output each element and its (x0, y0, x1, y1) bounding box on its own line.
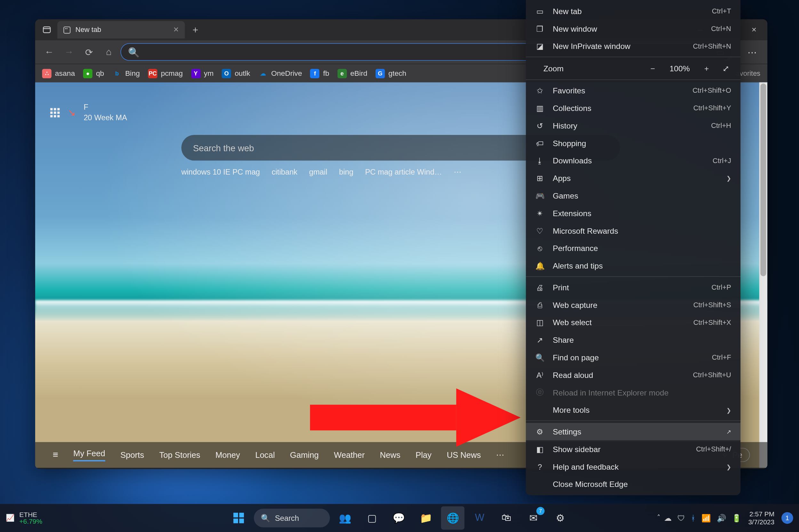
feed-play[interactable]: Play (416, 450, 432, 459)
fullscreen-button[interactable]: ⤢ (721, 64, 731, 73)
favorite-ebird[interactable]: eeBird (337, 69, 367, 78)
feed-my-feed[interactable]: My Feed (73, 449, 105, 461)
menu-games[interactable]: 🎮Games (526, 187, 741, 205)
menu-more-tools[interactable]: More tools❯ (526, 401, 741, 419)
widget-stock-change: +6.79% (19, 518, 42, 525)
menu-collections[interactable]: ▥CollectionsCtrl+Shift+Y (526, 99, 741, 117)
settings-and-more-button[interactable]: ⋯ (743, 44, 762, 60)
tab-new-tab[interactable]: New tab ✕ (57, 21, 185, 39)
security-tray-icon[interactable]: 🛡 (677, 513, 685, 522)
favorite-fb[interactable]: ffb (310, 69, 329, 78)
favorite-qb[interactable]: ●qb (83, 69, 104, 78)
menu-extensions[interactable]: ✴Extensions (526, 204, 741, 222)
menu-find[interactable]: 🔍Find on pageCtrl+F (526, 348, 741, 366)
taskbar-people[interactable]: 👥 (333, 507, 357, 530)
battery-tray-icon[interactable]: 🔋 (732, 513, 741, 522)
taskbar-word[interactable]: W (468, 507, 491, 530)
menu-share[interactable]: ↗Share (526, 331, 741, 349)
zoom-out-button[interactable]: − (647, 64, 659, 73)
menu-read-aloud[interactable]: A⁾Read aloudCtrl+Shift+U (526, 366, 741, 384)
favorite-ym[interactable]: Yym (191, 69, 214, 78)
feed-weather[interactable]: Weather (334, 450, 365, 459)
menu-show-sidebar[interactable]: ◧Show sidebarCtrl+Shift+/ (526, 440, 741, 458)
chevron-right-icon: ❯ (726, 463, 731, 470)
favorite-outlk[interactable]: Ooutlk (222, 69, 250, 78)
menu-alerts[interactable]: 🔔Alerts and tips (526, 257, 741, 274)
menu-shopping[interactable]: 🏷Shopping (526, 134, 741, 152)
zoom-in-button[interactable]: + (701, 64, 713, 73)
feed-menu-icon[interactable]: ≡ (53, 450, 58, 460)
favorite-onedrive[interactable]: ☁OneDrive (258, 69, 302, 78)
taskbar-explorer[interactable]: 📁 (414, 507, 437, 530)
scrollbar-thumb[interactable] (760, 83, 766, 276)
quick-links-more-icon[interactable]: ⋯ (454, 168, 462, 176)
windows-taskbar: 📈 ETHE +6.79% 🔍Search 👥 ▢ 💬 📁 🌐 W 🛍 ✉7 ⚙… (0, 504, 799, 532)
back-button[interactable]: ← (41, 44, 57, 60)
menu-web-capture[interactable]: ⎙Web captureCtrl+Shift+S (526, 296, 741, 314)
taskbar-clock[interactable]: 2:57 PM 3/7/2023 (748, 510, 774, 527)
taskbar-mail[interactable]: ✉7 (522, 507, 545, 530)
tab-title: New tab (75, 25, 101, 34)
feed-gaming[interactable]: Gaming (290, 450, 319, 459)
menu-web-select[interactable]: ◫Web selectCtrl+Shift+X (526, 314, 741, 331)
taskbar-store[interactable]: 🛍 (495, 507, 518, 530)
start-button[interactable] (227, 507, 250, 530)
scrollbar[interactable] (759, 82, 768, 468)
feed-news[interactable]: News (380, 450, 400, 459)
close-window-button[interactable]: ✕ (741, 19, 767, 40)
system-tray[interactable]: ☁ 🛡 ᚼ 📶 🔊 🔋 (664, 513, 741, 522)
menu-favorites[interactable]: ✩FavoritesCtrl+Shift+O (526, 82, 741, 99)
volume-tray-icon[interactable]: 🔊 (717, 513, 726, 522)
menu-print[interactable]: 🖨PrintCtrl+P (526, 279, 741, 296)
menu-history[interactable]: ↺HistoryCtrl+H (526, 117, 741, 134)
app-launcher-icon[interactable] (50, 108, 59, 117)
new-tab-button[interactable]: ＋ (187, 22, 203, 38)
favorite-asana[interactable]: ∴asana (42, 69, 75, 78)
feed-us-news[interactable]: US News (447, 450, 481, 459)
stock-widget[interactable]: F 20 Week MA (84, 102, 127, 123)
refresh-button[interactable]: ⟳ (80, 44, 97, 60)
menu-new-window[interactable]: ❐New windowCtrl+N (526, 20, 741, 37)
quick-link[interactable]: windows 10 IE PC mag (181, 168, 260, 176)
menu-close-edge[interactable]: Close Microsoft Edge (526, 475, 741, 493)
feed-more-icon[interactable]: ⋯ (496, 450, 504, 459)
page-icon (63, 26, 71, 34)
menu-rewards[interactable]: ♡Microsoft Rewards (526, 222, 741, 240)
taskbar-widgets[interactable]: 📈 ETHE +6.79% (6, 511, 42, 525)
menu-help[interactable]: ?Help and feedback❯ (526, 458, 741, 475)
feed-top-stories[interactable]: Top Stories (159, 450, 200, 459)
taskbar-chat[interactable]: 💬 (387, 507, 411, 530)
bluetooth-tray-icon[interactable]: ᚼ (691, 513, 696, 522)
apps-icon: ⊞ (535, 174, 545, 182)
forward-button: → (61, 44, 77, 60)
wifi-tray-icon[interactable]: 📶 (702, 513, 711, 522)
onedrive-tray-icon[interactable]: ☁ (664, 513, 672, 522)
taskbar-task-view[interactable]: ▢ (360, 507, 384, 530)
menu-new-tab[interactable]: ▭New tabCtrl+T (526, 2, 741, 20)
menu-new-inprivate[interactable]: ◪New InPrivate windowCtrl+Shift+N (526, 37, 741, 55)
feed-sports[interactable]: Sports (120, 450, 144, 459)
star-icon: ✩ (535, 86, 545, 95)
tab-actions-button[interactable] (39, 22, 55, 38)
menu-apps[interactable]: ⊞Apps❯ (526, 169, 741, 187)
quick-link[interactable]: citibank (272, 168, 297, 176)
tray-chevron-icon[interactable]: ˄ (657, 514, 660, 522)
quick-link[interactable]: bing (339, 168, 353, 176)
favorite-bing[interactable]: bBing (112, 69, 140, 78)
quick-link[interactable]: gmail (309, 168, 327, 176)
menu-downloads[interactable]: ⭳DownloadsCtrl+J (526, 152, 741, 169)
feed-local[interactable]: Local (255, 450, 275, 459)
favorite-gtech[interactable]: Ggtech (376, 69, 406, 78)
home-button[interactable]: ⌂ (101, 44, 117, 60)
feed-money[interactable]: Money (215, 450, 240, 459)
notification-badge[interactable]: 1 (781, 512, 793, 524)
taskbar-search[interactable]: 🔍Search (254, 509, 330, 527)
favorite-pcmag[interactable]: PCpcmag (148, 69, 183, 78)
quick-link[interactable]: PC mag article Wind… (365, 168, 442, 176)
menu-performance[interactable]: ⎋Performance (526, 240, 741, 257)
taskbar-edge[interactable]: 🌐 (441, 507, 464, 530)
menu-settings[interactable]: ⚙Settings↗ (526, 423, 741, 440)
close-tab-button[interactable]: ✕ (173, 25, 179, 34)
history-icon: ↺ (535, 121, 545, 130)
taskbar-settings[interactable]: ⚙ (549, 507, 572, 530)
